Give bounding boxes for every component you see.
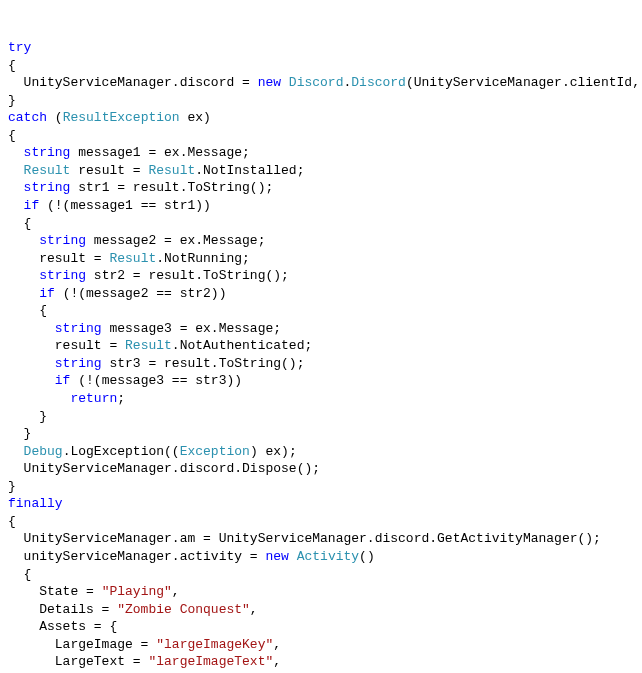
code-text: .LogException((	[63, 444, 180, 459]
code-text: str1 = result.ToString();	[70, 180, 273, 195]
code-text: LargeImage =	[8, 637, 156, 652]
code-text: ,	[273, 654, 281, 669]
type-exception: Exception	[180, 444, 250, 459]
type-resultexception: ResultException	[63, 110, 180, 125]
string-literal: "largeImageKey"	[156, 637, 273, 652]
brace-open: {	[8, 303, 47, 318]
code-text: ,	[250, 602, 258, 617]
code-text: UnityServiceManager.am = UnityServiceMan…	[8, 531, 601, 546]
code-text: ) ex);	[250, 444, 297, 459]
brace-close: }	[8, 93, 16, 108]
brace-open: {	[8, 216, 31, 231]
keyword-return: return	[70, 391, 117, 406]
code-text: unityServiceManager.activity =	[8, 549, 265, 564]
keyword-if: if	[24, 198, 40, 213]
code-text: ,	[172, 584, 180, 599]
brace-open: {	[8, 514, 16, 529]
type-activity: Activity	[297, 549, 359, 564]
code-text	[8, 373, 55, 388]
code-text	[8, 356, 55, 371]
type-debug: Debug	[24, 444, 63, 459]
code-text: message1 = ex.Message;	[70, 145, 249, 160]
code-text: (!(message3 == str3))	[70, 373, 242, 388]
code-text: result =	[8, 251, 109, 266]
type-result: Result	[125, 338, 172, 353]
code-text: .NotRunning;	[156, 251, 250, 266]
code-text	[281, 75, 289, 90]
code-text: .NotInstalled;	[195, 163, 304, 178]
brace-open: {	[8, 567, 31, 582]
keyword-string: string	[55, 356, 102, 371]
keyword-if: if	[55, 373, 71, 388]
keyword-string: string	[39, 233, 86, 248]
code-text	[8, 391, 70, 406]
code-text: message3 = ex.Message;	[102, 321, 281, 336]
keyword-string: string	[24, 145, 71, 160]
code-text	[8, 321, 55, 336]
code-text: ex)	[180, 110, 211, 125]
type-result2: Result	[148, 163, 195, 178]
code-text: (UnityServiceManager.clientId, 1UL);	[406, 75, 642, 90]
brace-open: {	[8, 58, 16, 73]
brace-close: }	[8, 426, 31, 441]
code-text	[8, 198, 24, 213]
keyword-try: try	[8, 40, 31, 55]
brace-open: {	[8, 128, 16, 143]
keyword-string: string	[39, 268, 86, 283]
keyword-if: if	[39, 286, 55, 301]
type-discord: Discord	[289, 75, 344, 90]
keyword-finally: finally	[8, 496, 63, 511]
code-text: Assets = {	[8, 619, 117, 634]
code-text: ;	[117, 391, 125, 406]
string-literal: "largeImageText"	[148, 654, 273, 669]
code-text: Details =	[8, 602, 117, 617]
string-literal: "Zombie Conquest"	[117, 602, 250, 617]
code-text: result =	[8, 338, 125, 353]
type-result: Result	[109, 251, 156, 266]
type-result: Result	[24, 163, 71, 178]
code-text: result =	[70, 163, 148, 178]
type-discord2: Discord	[351, 75, 406, 90]
code-text	[8, 286, 39, 301]
code-text	[8, 268, 39, 283]
code-text: ()	[359, 549, 375, 564]
code-text	[8, 180, 24, 195]
keyword-new: new	[265, 549, 288, 564]
code-text: (	[47, 110, 63, 125]
keyword-catch: catch	[8, 110, 47, 125]
code-text	[289, 549, 297, 564]
code-text: str2 = result.ToString();	[86, 268, 289, 283]
code-text: (!(message2 == str2))	[55, 286, 227, 301]
code-text: (!(message1 == str1))	[39, 198, 211, 213]
code-text: State =	[8, 584, 102, 599]
code-text: LargeText =	[8, 654, 148, 669]
brace-close: }	[8, 409, 47, 424]
code-text: .NotAuthenticated;	[172, 338, 312, 353]
code-text: ,	[273, 637, 281, 652]
code-text: UnityServiceManager.discord.Dispose();	[8, 461, 320, 476]
code-text	[8, 444, 24, 459]
code-text	[8, 233, 39, 248]
brace-close: }	[8, 479, 16, 494]
code-text	[8, 163, 24, 178]
keyword-string: string	[24, 180, 71, 195]
keyword-new: new	[258, 75, 281, 90]
code-text	[8, 145, 24, 160]
code-block: try { UnityServiceManager.discord = new …	[8, 39, 634, 673]
keyword-string: string	[55, 321, 102, 336]
code-text: str3 = result.ToString();	[102, 356, 305, 371]
code-text: message2 = ex.Message;	[86, 233, 265, 248]
string-literal: "Playing"	[102, 584, 172, 599]
code-text: UnityServiceManager.discord =	[8, 75, 258, 90]
